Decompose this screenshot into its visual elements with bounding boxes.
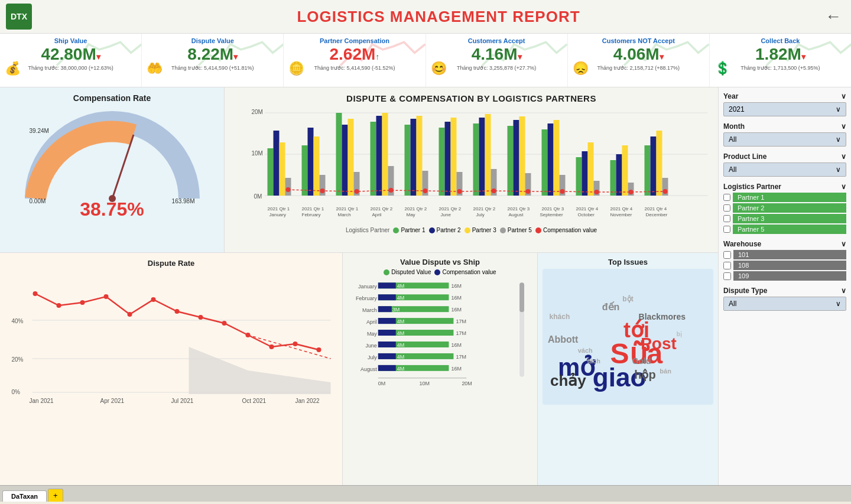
svg-point-106 [199, 315, 203, 320]
back-button[interactable]: ← [825, 7, 842, 26]
logistics-partner-filter-section: Logistics Partner ∨ Partner 1Partner 2Pa… [723, 183, 846, 234]
kpi-row: Ship Value 💰 42.80M▾ Tháng trước: 38,000… [0, 34, 851, 87]
svg-rect-24 [376, 116, 382, 196]
word-cloud-word: Post [641, 334, 677, 353]
warehouse-label[interactable]: 108 [733, 261, 846, 270]
svg-rect-145 [378, 342, 396, 347]
svg-text:4M: 4M [397, 342, 404, 348]
partner-label[interactable]: Partner 5 [733, 225, 846, 234]
svg-text:February: February [356, 295, 377, 301]
svg-text:2021 Qtr 1: 2021 Qtr 1 [336, 206, 359, 212]
warehouse-checkbox[interactable] [723, 262, 731, 269]
svg-text:17M: 17M [456, 354, 466, 360]
word-cloud-word: bị [677, 331, 682, 337]
svg-text:March: March [362, 307, 377, 313]
svg-text:May: May [367, 331, 377, 337]
svg-text:40%: 40% [12, 318, 24, 324]
svg-text:2021 Qtr 2: 2021 Qtr 2 [439, 206, 462, 212]
svg-text:Jul 2021: Jul 2021 [171, 398, 194, 404]
svg-rect-25 [382, 113, 388, 196]
svg-text:20M: 20M [252, 109, 263, 115]
warehouse-checkbox[interactable] [723, 251, 731, 259]
svg-point-99 [33, 291, 38, 296]
svg-point-107 [222, 321, 227, 326]
top-issues-panel: Top Issues tớiSữamởgiaoPostchảyhộpBlackm… [538, 253, 718, 485]
svg-rect-43 [508, 126, 514, 196]
svg-rect-30 [417, 116, 423, 196]
svg-rect-40 [485, 114, 491, 196]
product-line-dropdown[interactable]: All ∨ [723, 162, 846, 177]
warehouse-item-101: 101 [723, 250, 846, 259]
partner-checkbox[interactable] [723, 226, 730, 233]
svg-rect-140 [378, 330, 396, 336]
month-dropdown[interactable]: All ∨ [723, 132, 846, 147]
svg-text:Jan 2022: Jan 2022 [295, 398, 320, 404]
dispute-type-filter-label: Dispute Type ∨ [723, 287, 846, 295]
tab-add[interactable]: + [48, 489, 63, 502]
svg-marker-92 [189, 347, 331, 394]
tab-datataxan[interactable]: DaTaxan [2, 490, 47, 502]
svg-rect-135 [378, 318, 396, 324]
svg-text:4M: 4M [397, 330, 404, 336]
svg-text:May: May [407, 212, 415, 217]
svg-rect-10 [280, 142, 285, 196]
svg-text:2021 Qtr 4: 2021 Qtr 4 [576, 206, 599, 212]
svg-rect-63 [645, 145, 651, 196]
warehouse-label[interactable]: 109 [733, 271, 846, 281]
svg-rect-28 [405, 125, 411, 196]
svg-text:September: September [540, 212, 563, 217]
bar-chart-title: DISPUTE & COMPENSATION BY LOGISTICS PART… [233, 93, 710, 103]
svg-text:Oct 2021: Oct 2021 [242, 398, 267, 404]
partner-label[interactable]: Partner 3 [733, 214, 846, 223]
svg-text:4M: 4M [397, 366, 404, 372]
svg-text:August: August [509, 212, 524, 217]
svg-point-103 [128, 312, 132, 317]
year-dropdown[interactable]: 2021 ∨ [723, 102, 846, 116]
partner-checkbox[interactable] [723, 204, 730, 212]
charts-top: Compensation Rate 0.00M 163.98M 39.24M [0, 87, 718, 253]
legend-compensation: Compensation value [535, 227, 597, 233]
svg-text:4M: 4M [397, 295, 404, 301]
svg-rect-29 [411, 119, 417, 196]
bar-chart-svg: 20M 10M 0M [233, 107, 710, 222]
partner-label[interactable]: Partner 2 [733, 203, 846, 213]
svg-text:20%: 20% [12, 356, 24, 363]
svg-rect-125 [378, 294, 396, 300]
svg-rect-23 [371, 122, 376, 196]
product-line-filter-section: Product Line ∨ All ∨ [723, 152, 846, 177]
dispute-rate-svg: 40% 20% 0% [8, 270, 334, 412]
gauge-min: 0.00M [30, 198, 46, 204]
svg-line-0 [112, 135, 134, 199]
word-cloud-word: đến [602, 301, 620, 313]
svg-text:4M: 4M [397, 354, 404, 360]
svg-text:June: June [365, 343, 376, 349]
bar-chart-legend: Logistics Partner Partner 1 Partner 2 Pa… [233, 227, 710, 233]
kpi-card-ship-value: Ship Value 💰 42.80M▾ Tháng trước: 38,000… [0, 34, 142, 87]
partner-checkbox[interactable] [723, 215, 730, 222]
svg-text:Jan 2021: Jan 2021 [30, 398, 54, 404]
svg-point-110 [293, 342, 298, 346]
svg-rect-45 [519, 116, 525, 196]
partner-checkbox[interactable] [723, 194, 730, 201]
header: DTX LOGISTICS MANAGEMENT REPORT ← [0, 0, 851, 34]
svg-text:January: January [358, 284, 377, 290]
svg-rect-60 [622, 145, 628, 196]
warehouse-checkbox[interactable] [723, 272, 731, 280]
value-dispute-svg: January 16M 4M February 16M 4M March 16M [349, 278, 531, 408]
word-cloud-word: chảy [550, 371, 586, 389]
svg-rect-59 [616, 154, 622, 196]
svg-point-111 [317, 347, 321, 352]
svg-rect-35 [451, 118, 457, 196]
svg-text:3M: 3M [392, 307, 399, 313]
value-dispute-panel: Value Dispute vs Ship Disputed Value Com… [343, 253, 538, 485]
svg-text:16M: 16M [451, 366, 461, 372]
dispute-type-dropdown[interactable]: All ∨ [723, 297, 846, 311]
dtx-logo: DTX [6, 4, 32, 30]
svg-text:2021 Qtr 2: 2021 Qtr 2 [473, 206, 496, 212]
partner-label[interactable]: Partner 1 [733, 193, 846, 202]
svg-text:April: April [372, 212, 382, 217]
svg-text:July: July [476, 212, 485, 217]
svg-text:17M: 17M [456, 318, 466, 324]
warehouse-label[interactable]: 101 [733, 250, 846, 259]
kpi-card-partner-compensation: Partner Compensation 🪙 2.62M↑ Tháng trướ… [284, 34, 426, 87]
